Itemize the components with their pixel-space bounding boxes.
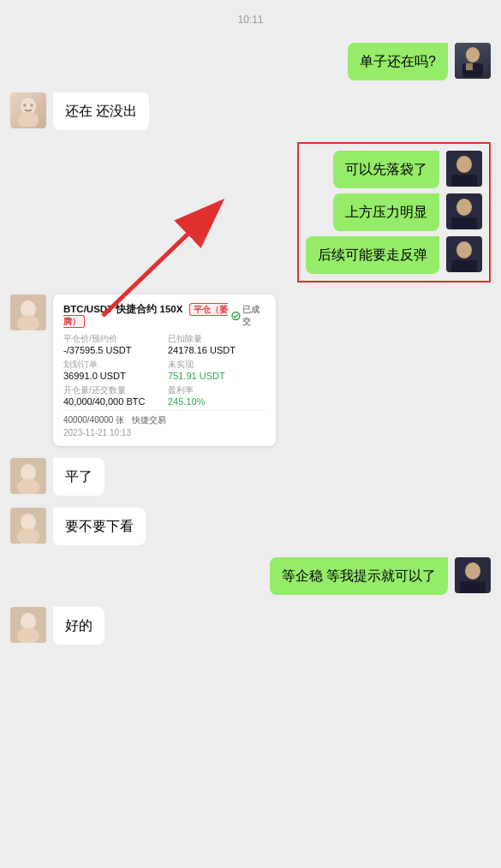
trade-label-2: 已扣除量 24178.16 USDT xyxy=(168,333,265,355)
bubble-redbox-2: 上方压力明显 xyxy=(333,193,439,231)
red-outline-box: 可以先落袋了 上方压力明显 xyxy=(297,142,491,282)
bubble-text: 后续可能要走反弹 xyxy=(318,247,427,262)
svg-point-14 xyxy=(456,241,472,259)
trade-label-3: 划划订单 36991.0 USDT xyxy=(63,359,161,381)
redbox-row-3: 后续可能要走反弹 xyxy=(306,236,482,274)
message-row-dengqi: 等企稳 等我提示就可以了 xyxy=(0,557,501,595)
bubble-right-1: 单子还在吗? xyxy=(348,43,448,80)
trade-pair: BTC/USDT 快捷合约 150X 平仓（萎腾） xyxy=(63,303,231,328)
avatar-right-1 xyxy=(455,43,491,79)
trade-extra: 40000/40000 张 快捷交易 2023-11-21 10:13 xyxy=(63,410,265,437)
message-row: 还在 还没出 xyxy=(0,92,501,130)
svg-point-5 xyxy=(23,104,27,107)
bubble-left-1: 还在 还没出 xyxy=(53,92,149,130)
svg-rect-15 xyxy=(451,260,477,272)
bubble-dengqi: 等企稳 等我提示就可以了 xyxy=(270,557,448,595)
bubble-text: 还在 还没出 xyxy=(65,104,137,118)
svg-rect-2 xyxy=(466,63,473,70)
avatar-left-1 xyxy=(10,92,46,128)
chat-container: 10:11 单子还在吗? xyxy=(0,0,501,662)
bubble-text: 等企稳 等我提示就可以了 xyxy=(282,568,436,583)
red-box-section: 可以先落袋了 上方压力明显 xyxy=(0,142,501,282)
trade-card-header: BTC/USDT 快捷合约 150X 平仓（萎腾） 已成交 xyxy=(63,303,265,328)
svg-point-0 xyxy=(466,47,480,62)
message-row-ping: 平了 xyxy=(0,458,501,496)
redbox-row-2: 上方压力明显 xyxy=(306,193,482,231)
bubble-text: 单子还在吗? xyxy=(360,54,436,68)
message-row: 单子还在吗? xyxy=(0,43,501,80)
message-row-haode: 好的 xyxy=(0,607,501,645)
trade-status: 已成交 xyxy=(231,304,265,328)
bubble-text: 好的 xyxy=(65,618,92,633)
bubble-ping: 平了 xyxy=(53,458,104,496)
bubble-text: 要不要下看 xyxy=(65,519,134,533)
trade-card: BTC/USDT 快捷合约 150X 平仓（萎腾） 已成交 平仓价/预约价 -/… xyxy=(53,294,276,446)
bubble-text: 平了 xyxy=(65,469,92,484)
bubble-text: 上方压力明显 xyxy=(345,205,427,219)
bubble-redbox-3: 后续可能要走反弹 xyxy=(306,236,439,274)
bubble-text: 可以先落袋了 xyxy=(345,162,427,176)
svg-rect-9 xyxy=(451,175,477,187)
svg-point-8 xyxy=(456,156,472,173)
trade-label-1: 平仓价/预约价 -/37595.5 USDT xyxy=(63,333,161,355)
trade-card-grid: 平仓价/预约价 -/37595.5 USDT 已扣除量 24178.16 USD… xyxy=(63,333,265,407)
trade-label-5: 开仓量/还交数量 40,000/40,000 BTC xyxy=(63,384,161,407)
svg-rect-30 xyxy=(460,581,486,593)
svg-point-11 xyxy=(456,199,472,216)
svg-point-29 xyxy=(465,562,480,580)
timestamp: 10:11 xyxy=(0,14,501,26)
trade-card-section: BTC/USDT 快捷合约 150X 平仓（萎腾） 已成交 平仓价/预约价 -/… xyxy=(0,294,501,446)
bubble-xiakan: 要不要下看 xyxy=(53,508,146,545)
redbox-row-1: 可以先落袋了 xyxy=(306,151,482,188)
trade-label-6: 盈利率 245.10% xyxy=(168,384,265,407)
svg-point-4 xyxy=(18,111,39,127)
trade-card-row: BTC/USDT 快捷合约 150X 平仓（萎腾） 已成交 平仓价/预约价 -/… xyxy=(0,294,501,446)
trade-label-4: 未实现 751.91 USDT xyxy=(168,359,265,381)
svg-point-6 xyxy=(30,104,33,107)
message-row-xiakan: 要不要下看 xyxy=(0,508,501,545)
svg-rect-12 xyxy=(451,217,477,229)
bubble-redbox-1: 可以先落袋了 xyxy=(333,151,439,188)
leverage-badge: 平仓（萎腾） xyxy=(63,303,228,328)
bubble-haode: 好的 xyxy=(53,607,104,645)
